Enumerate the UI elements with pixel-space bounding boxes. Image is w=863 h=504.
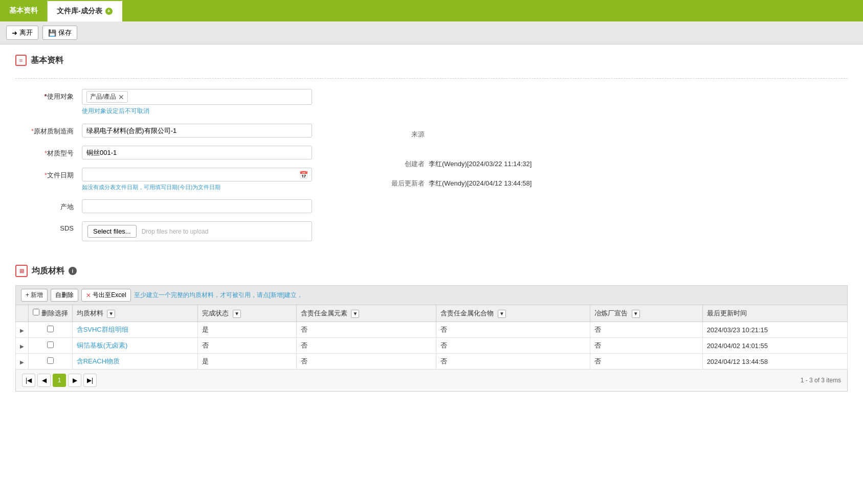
elements-cell: 否 [296, 338, 436, 354]
elements-cell: 否 [296, 354, 436, 370]
origin-input[interactable] [82, 199, 312, 213]
basic-section-title: 基本资料 [31, 55, 63, 66]
table-header-row: 删除选择 均质材料 ▼ 完成状态 ▼ 含责任金属元素 ▼ [16, 305, 848, 322]
table-hint: 至少建立一个完整的均质材料，才可被引用，请点[新增]建立， [134, 291, 303, 300]
form-right-col: 来源 创建者 李红(Wendy)[2024/03/22 11:14:32] 最后… [373, 89, 848, 249]
calendar-icon[interactable]: 📅 [299, 171, 308, 179]
select-files-button[interactable]: Select files... [87, 225, 137, 238]
leave-button[interactable]: ➜ 离开 [6, 26, 38, 40]
source-row: 来源 [389, 130, 848, 139]
checkbox-cell [29, 322, 73, 338]
origin-label: 产地 [15, 199, 82, 212]
filter-compounds-icon[interactable]: ▼ [498, 310, 506, 318]
next-page-btn[interactable]: ▶ [68, 374, 81, 387]
th-material: 均质材料 ▼ [72, 305, 198, 322]
material-link[interactable]: 含REACH物质 [77, 357, 120, 365]
hm-icon: ⊞ [15, 265, 28, 277]
save-label: 保存 [58, 28, 72, 37]
hm-section: ⊞ 均质材料 i + 新增 自删除 ✕ 号出至Excel 至少建立一个完整的均质… [15, 265, 848, 392]
table-toolbar: + 新增 自删除 ✕ 号出至Excel 至少建立一个完整的均质材料，才可被引用，… [15, 285, 848, 305]
basic-form: **使用对象 产品/產品 ✕ 使用对象设定后不可取消 *原材质制造商 [15, 89, 848, 249]
tab-basic-label: 基本资料 [9, 6, 38, 15]
manufacturer-row: *原材质制造商 [15, 124, 373, 138]
expand-cell: ▶ [16, 338, 29, 354]
sds-field: Select files... Drop files here to uploa… [82, 221, 312, 241]
tag-remove-icon[interactable]: ✕ [118, 94, 124, 101]
export-button[interactable]: ✕ 号出至Excel [81, 289, 130, 302]
table-row: ▶ 含REACH物质 是 否 否 否 2024/04/12 13:44:58 [16, 354, 848, 370]
tab-docs[interactable]: 文件库-成分表 + [48, 0, 122, 21]
form-left-col: **使用对象 产品/產品 ✕ 使用对象设定后不可取消 *原材质制造商 [15, 89, 373, 249]
expand-icon[interactable]: ▶ [20, 359, 24, 365]
usage-target-input[interactable]: 产品/產品 ✕ [82, 89, 312, 105]
th-compounds: 含责任金属化合物 ▼ [436, 305, 590, 322]
updater-label: 最后更新者 [389, 179, 425, 188]
sds-label: SDS [15, 221, 82, 232]
status-cell: 否 [198, 338, 297, 354]
file-date-row: *文件日期 📅 如没有成分表文件日期，可用填写日期(今日)为文件日期 [15, 168, 373, 191]
manufacturer-field[interactable] [82, 124, 312, 138]
prev-page-btn[interactable]: ◀ [37, 374, 51, 387]
material-cell: 铜箔基板(无卤素) [72, 338, 198, 354]
pagination-controls: |◀ ◀ 1 ▶ ▶| [22, 374, 97, 387]
add-button[interactable]: + 新增 [21, 289, 48, 302]
tab-basic[interactable]: 基本资料 [0, 0, 48, 21]
expand-cell: ▶ [16, 354, 29, 370]
compounds-cell: 否 [436, 322, 590, 338]
file-date-label: *文件日期 [15, 168, 82, 180]
smelter-cell: 否 [590, 354, 703, 370]
material-type-row: *材质型号 [15, 146, 373, 159]
updated-cell: 2024/04/02 14:01:55 [702, 338, 847, 354]
export-icon: ✕ [86, 292, 91, 299]
expand-icon[interactable]: ▶ [20, 343, 24, 349]
select-all-checkbox[interactable] [33, 309, 39, 315]
file-date-input[interactable] [82, 168, 312, 181]
updater-row: 最后更新者 李红(Wendy)[2024/04/12 13:44:58] [389, 179, 848, 188]
smelter-cell: 否 [590, 322, 703, 338]
compounds-cell: 否 [436, 354, 590, 370]
updated-cell: 2024/04/12 13:44:58 [702, 354, 847, 370]
manufacturer-input[interactable] [82, 124, 312, 138]
creator-label: 创建者 [389, 159, 425, 169]
source-label: 来源 [389, 130, 425, 139]
last-page-btn[interactable]: ▶| [83, 374, 97, 387]
th-expand [16, 305, 29, 322]
material-type-field [82, 146, 312, 159]
main-toolbar: ➜ 离开 💾 保存 [0, 21, 863, 44]
expand-icon[interactable]: ▶ [20, 328, 24, 333]
right-info-panel: 来源 创建者 李红(Wendy)[2024/03/22 11:14:32] 最后… [389, 130, 848, 188]
filter-material-icon[interactable]: ▼ [107, 310, 115, 318]
filter-smelter-icon[interactable]: ▼ [632, 310, 640, 318]
drop-hint: Drop files here to upload [142, 228, 209, 235]
tab-bar: 基本资料 文件库-成分表 + [0, 0, 863, 21]
row-checkbox[interactable] [47, 341, 54, 348]
first-page-btn[interactable]: |◀ [22, 374, 35, 387]
row-checkbox[interactable] [47, 357, 54, 364]
updater-value: 李红(Wendy)[2024/04/12 13:44:58] [429, 179, 532, 188]
delete-button[interactable]: 自删除 [51, 289, 78, 302]
usage-warning: 使用对象设定后不可取消 [82, 107, 312, 116]
hint-link[interactable]: [新增] [269, 291, 285, 299]
compounds-cell: 否 [436, 338, 590, 354]
leave-label: 离开 [19, 28, 33, 37]
page-1-btn[interactable]: 1 [53, 374, 66, 387]
th-checkbox: 删除选择 [29, 305, 73, 322]
table-row: ▶ 铜箔基板(无卤素) 否 否 否 否 2024/04/02 14:01:55 [16, 338, 848, 354]
info-circle-icon[interactable]: i [69, 267, 77, 275]
date-input-wrap: 📅 [82, 168, 312, 181]
file-date-hint: 如没有成分表文件日期，可用填写日期(今日)为文件日期 [82, 184, 312, 191]
filter-elements-icon[interactable]: ▼ [351, 310, 359, 318]
file-upload-area: Select files... Drop files here to uploa… [82, 221, 312, 241]
save-button[interactable]: 💾 保存 [42, 26, 77, 40]
row-checkbox[interactable] [47, 326, 54, 332]
basic-section-icon: ≡ [15, 55, 27, 66]
material-link[interactable]: 铜箔基板(无卤素) [77, 341, 128, 349]
usage-target-tag: 产品/產品 ✕ [86, 91, 128, 103]
filter-status-icon[interactable]: ▼ [233, 310, 241, 318]
material-link[interactable]: 含SVHC群组明细 [77, 326, 128, 333]
status-cell: 是 [198, 322, 297, 338]
tab-docs-dot: + [105, 8, 113, 15]
hm-table: 删除选择 均质材料 ▼ 完成状态 ▼ 含责任金属元素 ▼ [15, 305, 848, 370]
material-type-input[interactable] [82, 146, 312, 159]
hm-title: 均质材料 [32, 266, 64, 277]
